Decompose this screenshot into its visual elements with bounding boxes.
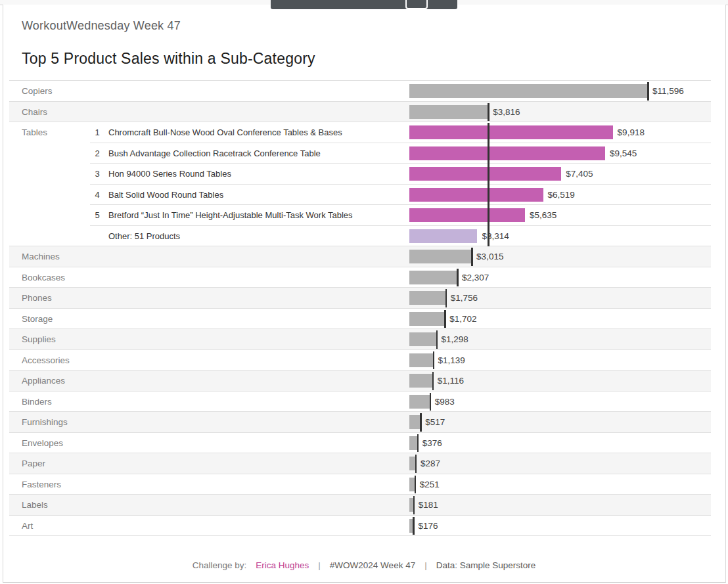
bar-paper[interactable] [409, 457, 415, 470]
footer-hashtag: #WOW2024 Week 47 [330, 560, 415, 570]
bar-supplies[interactable] [409, 332, 436, 346]
product-rank: 4 [92, 185, 102, 206]
bar-envelopes[interactable] [409, 436, 417, 450]
subcategory-label-paper[interactable]: Paper [22, 453, 45, 474]
row-other-51-products: Other: 51 Products$3,314 [9, 226, 711, 247]
row-supplies[interactable]: Supplies$1,298 [9, 329, 711, 350]
bar-chairs[interactable] [409, 105, 488, 119]
toolbar-button[interactable] [405, 0, 428, 9]
bar-binders[interactable] [409, 395, 430, 409]
other-products-label: Other: 51 Products [108, 226, 180, 247]
value-label-machines: $3,015 [476, 246, 503, 267]
subcategory-label-copiers[interactable]: Copiers [22, 81, 53, 102]
row-binders[interactable]: Binders$983 [9, 392, 711, 413]
product-rank: 2 [92, 143, 102, 164]
bar-phones[interactable] [409, 291, 445, 305]
row-labels[interactable]: Labels$181 [9, 495, 711, 516]
value-label-hon-94000-series-round-tables: $7,405 [566, 164, 593, 185]
product-rank: 5 [92, 205, 102, 226]
bar-end-cap [430, 393, 432, 411]
row-bookcases[interactable]: Bookcases$2,307 [9, 267, 711, 288]
row-machines[interactable]: Machines$3,015 [9, 246, 711, 267]
product-label: Chromcraft Bull-Nose Wood Oval Conferenc… [108, 122, 342, 143]
subcategory-label-envelopes[interactable]: Envelopes [22, 433, 63, 454]
bar-storage[interactable] [409, 312, 444, 326]
bar-fasteners[interactable] [409, 478, 415, 491]
value-label-envelopes: $376 [422, 433, 442, 454]
row-paper[interactable]: Paper$287 [9, 453, 711, 474]
row-furnishings[interactable]: Furnishings$517 [9, 412, 711, 433]
bar-chromcraft-bull-nose-wood-oval-conference-tables-bases[interactable] [409, 125, 613, 139]
challenge-author-link[interactable]: Erica Hughes [256, 560, 309, 570]
bar-end-cap [436, 330, 438, 349]
reference-line [488, 123, 489, 246]
bar-end-cap [433, 351, 435, 370]
bar-bookcases[interactable] [409, 271, 457, 284]
bar-end-cap [445, 289, 447, 307]
subcategory-label-appliances[interactable]: Appliances [22, 371, 65, 392]
value-label-phones: $1,756 [451, 288, 478, 309]
bar-end-cap [471, 248, 473, 266]
value-label-accessories: $1,139 [438, 350, 465, 371]
subcategory-label-storage[interactable]: Storage [22, 309, 53, 330]
subcategory-label-bookcases[interactable]: Bookcases [22, 267, 65, 288]
row-copiers[interactable]: Copiers$11,596 [9, 81, 711, 102]
subcategory-label-binders[interactable]: Binders [22, 392, 52, 413]
bar-copiers[interactable] [409, 84, 647, 98]
subcategory-label-phones[interactable]: Phones [22, 288, 52, 309]
bar-end-cap [413, 517, 415, 535]
row-phones[interactable]: Phones$1,756 [9, 288, 711, 309]
workbook-title: WorkoutWednesday Week 47 [22, 19, 181, 33]
bar-furnishings[interactable] [409, 415, 420, 429]
row-hon-94000-series-round-tables: 3Hon 94000 Series Round Tables$7,405 [9, 164, 711, 185]
value-label-chairs: $3,816 [493, 102, 520, 123]
row-divider [9, 535, 711, 536]
subcategory-label-chairs[interactable]: Chairs [22, 102, 47, 123]
footer-caption: Challenge by: Erica Hughes | #WOW2024 We… [3, 556, 725, 574]
bar-other-51-products[interactable] [409, 229, 477, 243]
value-label-bush-advantage-collection-racetrack-conference-table: $9,545 [610, 143, 637, 164]
tableau-dashboard: WorkoutWednesday Week 47 Top 5 Product S… [0, 0, 728, 584]
bar-end-cap [432, 372, 434, 390]
bar-appliances[interactable] [409, 374, 432, 388]
bar-end-cap [457, 269, 459, 287]
value-label-furnishings: $517 [425, 412, 445, 433]
product-label: Bush Advantage Collection Racetrack Conf… [108, 143, 321, 164]
subcategory-label-furnishings[interactable]: Furnishings [22, 412, 68, 433]
bar-end-cap [488, 103, 489, 122]
subcategory-label-labels[interactable]: Labels [22, 495, 48, 516]
subcategory-label-supplies[interactable]: Supplies [22, 329, 56, 350]
value-label-fasteners: $251 [420, 474, 440, 495]
row-appliances[interactable]: Appliances$1,116 [9, 371, 711, 392]
challenge-by-label: Challenge by: [193, 560, 247, 570]
subcategory-label-tables[interactable]: Tables [22, 122, 47, 143]
row-balt-solid-wood-round-tables: 4Balt Solid Wood Round Tables$6,519 [9, 185, 711, 206]
row-accessories[interactable]: Accessories$1,139 [9, 350, 711, 371]
value-label-art: $176 [418, 516, 438, 537]
bar-bretford-just-in-time-height-adjustable-multi-task-work-tables[interactable] [409, 208, 525, 222]
footer-separator: | [318, 560, 321, 570]
bar-accessories[interactable] [409, 353, 433, 367]
row-chromcraft-bull-nose-wood-oval-conference-tables-bases: Tables1Chromcraft Bull-Nose Wood Oval Co… [9, 122, 711, 143]
subcategory-label-art[interactable]: Art [22, 516, 33, 537]
row-envelopes[interactable]: Envelopes$376 [9, 433, 711, 454]
value-label-storage: $1,702 [449, 309, 476, 330]
subcategory-label-accessories[interactable]: Accessories [22, 350, 70, 371]
value-label-balt-solid-wood-round-tables: $6,519 [548, 185, 575, 206]
row-chairs[interactable]: Chairs$3,816 [9, 102, 711, 123]
bar-end-cap [444, 310, 446, 328]
row-storage[interactable]: Storage$1,702 [9, 309, 711, 330]
bar-end-cap [413, 496, 415, 514]
subcategory-label-fasteners[interactable]: Fasteners [22, 474, 61, 495]
value-label-bookcases: $2,307 [462, 267, 489, 288]
value-label-supplies: $1,298 [442, 329, 468, 350]
row-fasteners[interactable]: Fasteners$251 [9, 474, 711, 495]
bar-hon-94000-series-round-tables[interactable] [409, 167, 561, 181]
bar-bush-advantage-collection-racetrack-conference-table[interactable] [409, 146, 605, 160]
row-art[interactable]: Art$176 [9, 516, 711, 537]
footer-separator: | [424, 560, 427, 570]
value-label-other-51-products: $3,314 [482, 226, 509, 247]
subcategory-label-machines[interactable]: Machines [22, 246, 60, 267]
bar-balt-solid-wood-round-tables[interactable] [409, 188, 543, 202]
bar-machines[interactable] [409, 250, 471, 263]
